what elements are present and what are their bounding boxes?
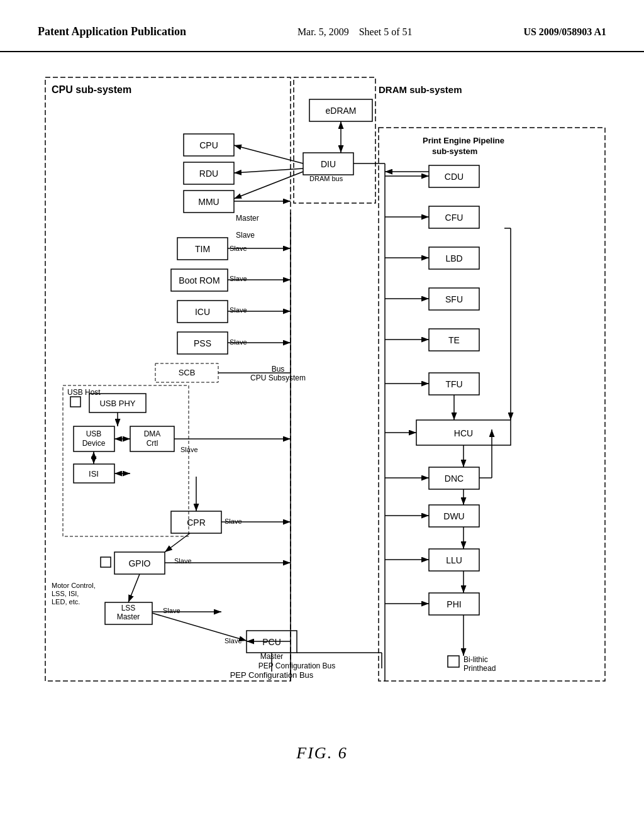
svg-text:LLU: LLU xyxy=(446,555,462,565)
svg-text:DRAM sub-system: DRAM sub-system xyxy=(379,84,462,95)
svg-text:Master: Master xyxy=(117,612,140,621)
patent-number: US 2009/058903 A1 xyxy=(523,26,606,38)
svg-text:Slave: Slave xyxy=(230,338,247,346)
svg-rect-6 xyxy=(379,128,605,681)
svg-text:PHI: PHI xyxy=(447,599,461,609)
svg-text:Slave: Slave xyxy=(230,275,247,282)
svg-text:LSS: LSS xyxy=(121,604,136,612)
svg-text:PEP Configuration Bus: PEP Configuration Bus xyxy=(258,661,336,670)
svg-text:CDU: CDU xyxy=(445,172,464,182)
svg-text:USB Host: USB Host xyxy=(67,388,101,397)
sheet-info: Sheet 5 of 51 xyxy=(359,26,413,37)
svg-text:TE: TE xyxy=(448,335,460,345)
svg-text:MMU: MMU xyxy=(198,197,219,207)
svg-rect-35 xyxy=(63,385,189,536)
svg-text:PCU: PCU xyxy=(262,637,281,647)
svg-text:SCB: SCB xyxy=(179,368,196,377)
svg-text:Slave: Slave xyxy=(225,517,242,525)
figure-label: FIG. 6 xyxy=(296,744,347,762)
svg-text:GPIO: GPIO xyxy=(128,558,150,568)
svg-line-86 xyxy=(234,169,303,173)
svg-text:SFU: SFU xyxy=(445,294,463,304)
svg-text:CPU sub-system: CPU sub-system xyxy=(52,84,131,95)
svg-text:USB: USB xyxy=(86,429,102,438)
svg-text:ICU: ICU xyxy=(195,307,210,317)
publication-date: Mar. 5, 2009 xyxy=(297,26,349,37)
svg-text:Boot ROM: Boot ROM xyxy=(179,275,219,285)
svg-text:Slave: Slave xyxy=(163,607,180,614)
svg-text:DWU: DWU xyxy=(443,511,464,521)
svg-text:PEP Configuration Bus: PEP Configuration Bus xyxy=(230,670,314,680)
svg-text:CFU: CFU xyxy=(445,213,464,223)
svg-text:Master: Master xyxy=(236,214,259,223)
svg-line-85 xyxy=(234,145,303,163)
svg-text:LED, etc.: LED, etc. xyxy=(52,598,80,606)
svg-text:Slave: Slave xyxy=(236,231,255,240)
svg-text:eDRAM: eDRAM xyxy=(325,106,356,116)
svg-text:LSS, ISI,: LSS, ISI, xyxy=(52,590,79,597)
svg-text:CPR: CPR xyxy=(187,517,206,528)
svg-line-144 xyxy=(128,574,140,602)
svg-text:Crtl: Crtl xyxy=(147,439,158,448)
svg-text:Device: Device xyxy=(82,439,106,448)
svg-text:Bi-lithic: Bi-lithic xyxy=(464,655,488,664)
svg-text:Slave: Slave xyxy=(230,306,247,314)
svg-text:Printhead: Printhead xyxy=(464,664,496,673)
svg-text:LBD: LBD xyxy=(445,253,462,263)
svg-text:CPU: CPU xyxy=(199,140,218,150)
svg-rect-48 xyxy=(101,557,111,567)
svg-text:TIM: TIM xyxy=(195,244,210,254)
svg-text:USB PHY: USB PHY xyxy=(99,399,135,408)
svg-text:Slave: Slave xyxy=(180,446,198,453)
publication-title: Patent Application Publication xyxy=(38,25,186,38)
svg-rect-32 xyxy=(70,397,80,407)
diagram-container: CPU sub-system DRAM sub-system Print Eng… xyxy=(0,52,644,738)
svg-text:RDU: RDU xyxy=(199,169,218,179)
svg-rect-59 xyxy=(448,656,459,667)
svg-line-145 xyxy=(152,613,247,641)
svg-text:DMA: DMA xyxy=(144,429,161,438)
svg-rect-4 xyxy=(294,77,375,203)
svg-text:Print Engine Pipeline: Print Engine Pipeline xyxy=(423,136,504,145)
svg-text:Slave: Slave xyxy=(174,557,192,565)
svg-text:DNC: DNC xyxy=(445,473,464,484)
figure-caption: FIG. 6 xyxy=(0,744,644,763)
svg-text:TFU: TFU xyxy=(445,379,462,389)
page-header: Patent Application Publication Mar. 5, 2… xyxy=(0,0,644,52)
svg-text:Motor Control,: Motor Control, xyxy=(52,582,96,589)
svg-text:CPU Subsystem: CPU Subsystem xyxy=(250,374,306,382)
svg-text:DIU: DIU xyxy=(321,159,336,169)
svg-text:sub-system: sub-system xyxy=(432,147,477,156)
svg-text:Bus: Bus xyxy=(272,365,285,374)
block-diagram: CPU sub-system DRAM sub-system Print Eng… xyxy=(33,65,611,725)
svg-text:ISI: ISI xyxy=(89,469,99,479)
svg-text:HCU: HCU xyxy=(454,428,473,438)
svg-text:Slave: Slave xyxy=(225,637,242,645)
svg-line-87 xyxy=(234,172,303,199)
svg-text:DRAM bus: DRAM bus xyxy=(309,175,343,182)
publication-date-sheet: Mar. 5, 2009 Sheet 5 of 51 xyxy=(297,26,413,38)
svg-text:PSS: PSS xyxy=(194,338,211,348)
